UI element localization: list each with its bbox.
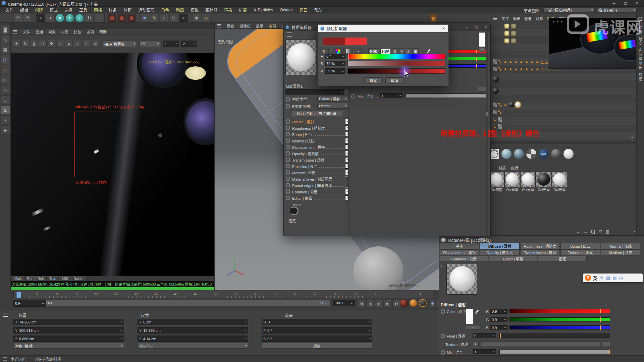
channel-row[interactable]: Roughness | 粗糙度 ✓	[285, 125, 350, 131]
attribute-tab[interactable]: Opacity | 透明度	[480, 249, 520, 255]
material-tag-icon[interactable]	[493, 76, 499, 82]
tool-mode-icon[interactable]: ◇	[1, 35, 10, 44]
ime-lang-indicator[interactable]: 英	[593, 275, 597, 281]
selection-tag-icon[interactable]	[498, 110, 502, 114]
layout-select[interactable]: 启动 (用户)▾	[597, 7, 637, 12]
attribute-tab[interactable]: Normal | 法线	[601, 243, 640, 249]
selection-tag-icon[interactable]	[493, 117, 497, 122]
color-expand-button[interactable]: ▾	[466, 325, 480, 329]
color-swatch[interactable]	[479, 32, 485, 47]
tool-mode-icon[interactable]: ◺	[1, 75, 10, 84]
panel-divider[interactable]	[491, 141, 636, 144]
channel-row[interactable]: Editor | 编辑 ✓	[285, 195, 350, 201]
menu-item[interactable]: 扩展	[235, 6, 250, 13]
preview-range-slider[interactable]: 0 F 90 F ‖	[46, 300, 331, 306]
white-material-tag-icon-selected[interactable]	[515, 102, 521, 107]
material-type-select[interactable]: Diffuse | 漫射▾	[317, 96, 348, 102]
toolbar-icon[interactable]: +	[46, 14, 55, 22]
material-thumbnail[interactable]: Oct光泽	[536, 172, 551, 192]
viewport-menu-item[interactable]: 选项	[266, 23, 279, 29]
g-field[interactable]: 0.9▴▾	[490, 317, 507, 322]
channel-row[interactable]: Normal | 法线 ✓	[285, 137, 350, 144]
menu-item[interactable]: 编辑	[17, 6, 32, 13]
transport-button[interactable]: ▶|	[392, 300, 400, 307]
menu-item[interactable]: 创建	[32, 6, 46, 13]
preview-collapse-icon[interactable]: ▾	[440, 264, 442, 268]
channel-row[interactable]: Emission | 发光 ✓	[285, 163, 350, 169]
back-arrow-icon[interactable]: ←	[576, 229, 580, 234]
material-thumbnail[interactable]: Oct光泽	[520, 172, 536, 192]
selection-tag-icon[interactable]	[498, 67, 502, 71]
render-pass-tab[interactable]: Tran	[47, 276, 58, 281]
b-slider[interactable]	[509, 325, 610, 329]
attribute-tab[interactable]: 基本	[440, 243, 479, 249]
attribute-tab[interactable]: Bump | 凹凸	[560, 243, 600, 249]
attribute-tab[interactable]: Displacement | 置换	[440, 249, 479, 255]
tool-mode-icon[interactable]: ◈	[1, 125, 10, 135]
metal-material-icon[interactable]	[551, 149, 561, 159]
spinner-field-b[interactable]: 2▴▾	[181, 41, 197, 47]
size-field[interactable]: Z4.14 cm▴▾	[138, 336, 248, 342]
octane-toolbar-icon[interactable]: ▦	[429, 14, 437, 22]
toolbar-icon[interactable]: ◗	[160, 14, 168, 22]
side-tab[interactable]: 构造	[638, 73, 643, 81]
mix-material-icon[interactable]: MIX	[539, 149, 549, 159]
live-viewer-tool-icon[interactable]: R	[39, 40, 47, 48]
size-mode-select[interactable]: 缩放尺寸▾	[138, 343, 248, 349]
attribute-tab[interactable]: 指定	[538, 256, 587, 262]
texture-tag-icon[interactable]	[498, 117, 502, 122]
material-preview[interactable]	[446, 264, 477, 295]
color-swatch[interactable]	[466, 309, 473, 324]
filter-icon[interactable]: ▽	[599, 229, 602, 234]
light-object-icon[interactable]	[504, 23, 509, 29]
menu-item[interactable]: 选择	[61, 6, 76, 13]
light-tag-icon[interactable]	[511, 31, 516, 36]
node-editor-button[interactable]: Node Editor | 节点编辑器	[291, 111, 342, 116]
channel-row[interactable]: Displacement | 置换 ✓	[285, 144, 350, 150]
max-frame-field[interactable]: 100 F▴▾	[333, 300, 355, 306]
object-manager-menu-item[interactable]: 查看	[522, 15, 534, 21]
live-viewer-tool-icon[interactable]: ↻	[21, 40, 29, 48]
toolbar-icon[interactable]: ▣	[192, 14, 201, 22]
live-viewer-tool-icon[interactable]: ☀	[13, 40, 20, 48]
toolbar-icon[interactable]: ●	[36, 14, 45, 22]
texture-expand-button[interactable]: ▾	[473, 342, 479, 346]
scrollbar-thumb[interactable]	[486, 112, 488, 116]
tool-mode-icon[interactable]: ▓	[1, 25, 10, 34]
toolbar-icon[interactable]: ↻	[85, 14, 94, 22]
side-tab[interactable]: 内容浏览器	[638, 48, 643, 70]
s-slider[interactable]	[347, 61, 445, 66]
current-frame-field[interactable]: 0 F▴▾	[13, 300, 46, 307]
mix-slider[interactable]	[406, 94, 488, 98]
channel-row[interactable]: Transmission | 透射 ✓	[285, 157, 350, 163]
toolbar-icon[interactable]	[33, 14, 35, 22]
toolbar-icon[interactable]	[137, 14, 139, 22]
menu-item[interactable]: 动画	[172, 6, 187, 13]
toolbar-icon[interactable]: +	[95, 14, 103, 22]
menu-item[interactable]: X-Particles	[250, 7, 276, 13]
channel-row[interactable]: Medium | 介质 ✓	[285, 169, 350, 176]
eyedropper-icon[interactable]	[427, 49, 431, 54]
kernel-select[interactable]: PT▾	[140, 41, 160, 47]
spinner-field-a[interactable]: 1▴▾	[163, 41, 179, 47]
live-viewer-tool-icon[interactable]: ⚙	[48, 40, 55, 48]
attribute-tab[interactable]: Transmission | 透射	[520, 249, 560, 255]
g-slider[interactable]	[509, 317, 610, 321]
live-viewer-menu-item[interactable]: 文件	[20, 29, 33, 35]
viewport-label[interactable]: 透视视图	[218, 39, 233, 44]
object-manager-menu-item[interactable]: 文件	[499, 15, 511, 21]
viewport-menu-icon[interactable]	[217, 25, 221, 26]
close-button[interactable]: ×	[442, 26, 445, 31]
rotation-field[interactable]: B0 °▴▾	[262, 336, 372, 342]
apply-button[interactable]: 应用	[262, 343, 372, 349]
live-viewer-render[interactable]: off:-147,-198 位置:(199,176) 大小(71,104) 区域…	[11, 53, 215, 276]
tool-mode-icon[interactable]: ◫	[1, 55, 10, 64]
timeline-ruler[interactable]: 051015202530354045505560657075808590 0 F	[13, 291, 433, 298]
material-thumbnail[interactable]: Oct光泽	[552, 172, 567, 192]
live-viewer-tool-icon[interactable]: ●	[65, 40, 73, 48]
render-pass-tab[interactable]: Main	[12, 276, 24, 281]
ok-button[interactable]: 确定	[364, 77, 383, 83]
live-viewer-menu-item[interactable]: 云端	[33, 29, 46, 35]
coordinate-mode-select[interactable]: 对象 (相对)▾	[13, 343, 124, 349]
texture-field[interactable]	[481, 342, 600, 346]
